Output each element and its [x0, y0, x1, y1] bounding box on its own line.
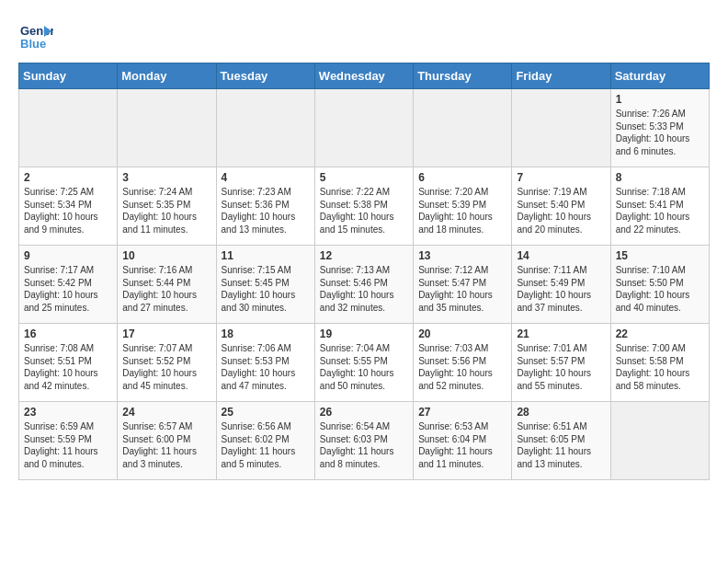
logo-icon: General Blue: [18, 18, 53, 53]
day-number: 25: [222, 406, 310, 419]
day-number: 7: [517, 171, 605, 184]
calendar-cell: 13Sunrise: 7:12 AM Sunset: 5:47 PM Dayli…: [414, 246, 512, 324]
calendar-table: SundayMondayTuesdayWednesdayThursdayFrid…: [18, 63, 710, 480]
day-header-friday: Friday: [512, 63, 610, 89]
logo: General Blue: [18, 18, 53, 53]
calendar-cell: [118, 89, 216, 167]
day-number: 28: [517, 406, 605, 419]
day-info: Sunrise: 7:22 AM Sunset: 5:38 PM Dayligh…: [320, 186, 408, 236]
day-info: Sunrise: 7:15 AM Sunset: 5:45 PM Dayligh…: [222, 264, 310, 314]
calendar-cell: 2Sunrise: 7:25 AM Sunset: 5:34 PM Daylig…: [19, 167, 118, 246]
day-number: 19: [320, 327, 408, 340]
day-number: 6: [418, 171, 506, 184]
header: General Blue: [18, 18, 710, 53]
week-row-4: 16Sunrise: 7:08 AM Sunset: 5:51 PM Dayli…: [19, 324, 710, 402]
calendar-cell: 12Sunrise: 7:13 AM Sunset: 5:46 PM Dayli…: [314, 246, 413, 324]
day-info: Sunrise: 7:17 AM Sunset: 5:42 PM Dayligh…: [24, 264, 112, 314]
day-info: Sunrise: 6:56 AM Sunset: 6:02 PM Dayligh…: [222, 420, 310, 470]
calendar-cell: [314, 89, 413, 167]
day-info: Sunrise: 6:57 AM Sunset: 6:00 PM Dayligh…: [122, 420, 210, 470]
day-info: Sunrise: 7:24 AM Sunset: 5:35 PM Dayligh…: [122, 186, 210, 236]
day-info: Sunrise: 7:19 AM Sunset: 5:40 PM Dayligh…: [517, 186, 605, 236]
day-number: 21: [517, 327, 605, 340]
day-info: Sunrise: 7:18 AM Sunset: 5:41 PM Dayligh…: [616, 186, 704, 236]
day-header-monday: Monday: [118, 63, 216, 89]
day-number: 18: [222, 327, 310, 340]
calendar-cell: 26Sunrise: 6:54 AM Sunset: 6:03 PM Dayli…: [314, 402, 413, 480]
day-info: Sunrise: 7:16 AM Sunset: 5:44 PM Dayligh…: [122, 264, 210, 314]
day-number: 8: [616, 171, 704, 184]
day-number: 16: [24, 327, 112, 340]
day-number: 9: [24, 249, 112, 262]
day-header-saturday: Saturday: [610, 63, 709, 89]
calendar-cell: 25Sunrise: 6:56 AM Sunset: 6:02 PM Dayli…: [216, 402, 314, 480]
day-info: Sunrise: 7:08 AM Sunset: 5:51 PM Dayligh…: [24, 342, 112, 392]
week-row-2: 2Sunrise: 7:25 AM Sunset: 5:34 PM Daylig…: [19, 167, 710, 246]
day-info: Sunrise: 6:51 AM Sunset: 6:05 PM Dayligh…: [517, 420, 605, 470]
day-header-sunday: Sunday: [19, 63, 118, 89]
day-info: Sunrise: 7:12 AM Sunset: 5:47 PM Dayligh…: [418, 264, 506, 314]
calendar-cell: 18Sunrise: 7:06 AM Sunset: 5:53 PM Dayli…: [216, 324, 314, 402]
day-number: 27: [418, 406, 506, 419]
calendar-cell: [610, 402, 709, 480]
day-number: 10: [122, 249, 210, 262]
day-number: 3: [122, 171, 210, 184]
day-info: Sunrise: 7:04 AM Sunset: 5:55 PM Dayligh…: [320, 342, 408, 392]
day-number: 26: [320, 406, 408, 419]
day-info: Sunrise: 7:10 AM Sunset: 5:50 PM Dayligh…: [616, 264, 704, 314]
calendar-cell: 24Sunrise: 6:57 AM Sunset: 6:00 PM Dayli…: [118, 402, 216, 480]
calendar-cell: 17Sunrise: 7:07 AM Sunset: 5:52 PM Dayli…: [118, 324, 216, 402]
calendar-header-row: SundayMondayTuesdayWednesdayThursdayFrid…: [19, 63, 710, 89]
day-info: Sunrise: 7:00 AM Sunset: 5:58 PM Dayligh…: [616, 342, 704, 392]
calendar-cell: 22Sunrise: 7:00 AM Sunset: 5:58 PM Dayli…: [610, 324, 709, 402]
calendar-cell: 19Sunrise: 7:04 AM Sunset: 5:55 PM Dayli…: [314, 324, 413, 402]
calendar-cell: [414, 89, 512, 167]
day-header-tuesday: Tuesday: [216, 63, 314, 89]
week-row-3: 9Sunrise: 7:17 AM Sunset: 5:42 PM Daylig…: [19, 246, 710, 324]
calendar-cell: 15Sunrise: 7:10 AM Sunset: 5:50 PM Dayli…: [610, 246, 709, 324]
day-number: 14: [517, 249, 605, 262]
day-info: Sunrise: 7:07 AM Sunset: 5:52 PM Dayligh…: [122, 342, 210, 392]
day-number: 5: [320, 171, 408, 184]
day-number: 23: [24, 406, 112, 419]
day-number: 22: [616, 327, 704, 340]
day-number: 20: [418, 327, 506, 340]
svg-text:Blue: Blue: [20, 37, 46, 51]
calendar-body: 1Sunrise: 7:26 AM Sunset: 5:33 PM Daylig…: [19, 89, 710, 480]
day-info: Sunrise: 7:03 AM Sunset: 5:56 PM Dayligh…: [418, 342, 506, 392]
day-number: 2: [24, 171, 112, 184]
calendar-cell: [512, 89, 610, 167]
calendar-cell: 4Sunrise: 7:23 AM Sunset: 5:36 PM Daylig…: [216, 167, 314, 246]
calendar-cell: 21Sunrise: 7:01 AM Sunset: 5:57 PM Dayli…: [512, 324, 610, 402]
day-info: Sunrise: 7:20 AM Sunset: 5:39 PM Dayligh…: [418, 186, 506, 236]
calendar-cell: 7Sunrise: 7:19 AM Sunset: 5:40 PM Daylig…: [512, 167, 610, 246]
day-info: Sunrise: 7:26 AM Sunset: 5:33 PM Dayligh…: [616, 108, 704, 157]
calendar-cell: 16Sunrise: 7:08 AM Sunset: 5:51 PM Dayli…: [19, 324, 118, 402]
calendar-cell: 10Sunrise: 7:16 AM Sunset: 5:44 PM Dayli…: [118, 246, 216, 324]
calendar-cell: 9Sunrise: 7:17 AM Sunset: 5:42 PM Daylig…: [19, 246, 118, 324]
day-info: Sunrise: 6:53 AM Sunset: 6:04 PM Dayligh…: [418, 420, 506, 470]
calendar-cell: 20Sunrise: 7:03 AM Sunset: 5:56 PM Dayli…: [414, 324, 512, 402]
day-number: 13: [418, 249, 506, 262]
day-info: Sunrise: 6:54 AM Sunset: 6:03 PM Dayligh…: [320, 420, 408, 470]
calendar-cell: 1Sunrise: 7:26 AM Sunset: 5:33 PM Daylig…: [610, 89, 709, 167]
calendar-cell: 27Sunrise: 6:53 AM Sunset: 6:04 PM Dayli…: [414, 402, 512, 480]
day-number: 4: [222, 171, 310, 184]
day-number: 17: [122, 327, 210, 340]
day-header-thursday: Thursday: [414, 63, 512, 89]
calendar-cell: 28Sunrise: 6:51 AM Sunset: 6:05 PM Dayli…: [512, 402, 610, 480]
day-info: Sunrise: 7:13 AM Sunset: 5:46 PM Dayligh…: [320, 264, 408, 314]
day-info: Sunrise: 7:11 AM Sunset: 5:49 PM Dayligh…: [517, 264, 605, 314]
calendar-cell: [19, 89, 118, 167]
day-number: 15: [616, 249, 704, 262]
day-header-wednesday: Wednesday: [314, 63, 413, 89]
day-info: Sunrise: 7:01 AM Sunset: 5:57 PM Dayligh…: [517, 342, 605, 392]
week-row-5: 23Sunrise: 6:59 AM Sunset: 5:59 PM Dayli…: [19, 402, 710, 480]
calendar-cell: 8Sunrise: 7:18 AM Sunset: 5:41 PM Daylig…: [610, 167, 709, 246]
day-number: 12: [320, 249, 408, 262]
calendar-cell: 5Sunrise: 7:22 AM Sunset: 5:38 PM Daylig…: [314, 167, 413, 246]
calendar-cell: 23Sunrise: 6:59 AM Sunset: 5:59 PM Dayli…: [19, 402, 118, 480]
day-info: Sunrise: 7:06 AM Sunset: 5:53 PM Dayligh…: [222, 342, 310, 392]
week-row-1: 1Sunrise: 7:26 AM Sunset: 5:33 PM Daylig…: [19, 89, 710, 167]
calendar-cell: 3Sunrise: 7:24 AM Sunset: 5:35 PM Daylig…: [118, 167, 216, 246]
